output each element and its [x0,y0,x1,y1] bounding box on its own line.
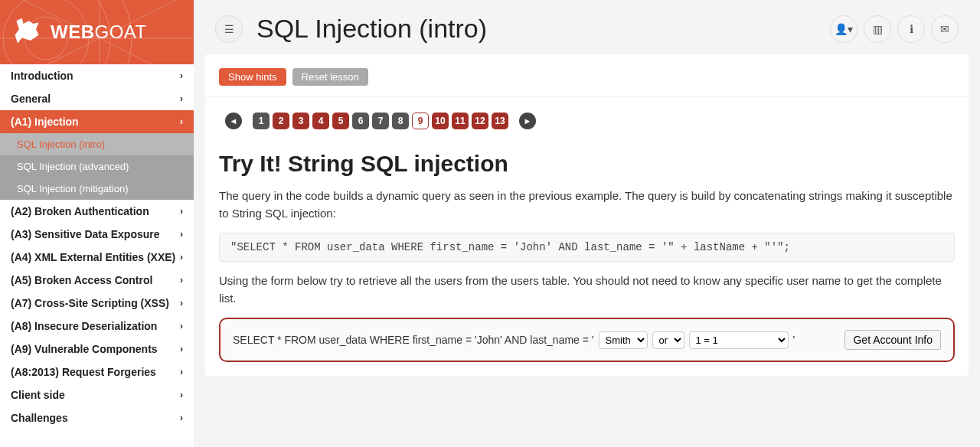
pager-prev-button[interactable]: ◄ [225,113,242,129]
chevron-right-icon: › [180,367,183,377]
chevron-right-icon: › [180,390,183,400]
lastname-select[interactable]: Smith [599,331,648,349]
bar-chart-icon: ▥ [873,23,883,35]
user-icon: 👤▾ [835,23,853,35]
attack-form: SELECT * FROM user_data WHERE first_name… [219,318,955,362]
svg-point-6 [0,0,110,64]
page-header: ☰ SQL Injection (intro) 👤▾ ▥ ℹ ✉ [194,0,980,54]
menu-toggle-button[interactable]: ☰ [215,15,243,43]
nav-item-a3[interactable]: (A3) Sensitive Data Exposure› [0,223,194,246]
page-title: SQL Injection (intro) [256,14,816,44]
chevron-right-icon: › [180,344,183,354]
sql-suffix-text: ' [793,334,795,346]
pager-page-3[interactable]: 3 [292,113,309,129]
chevron-right-icon: › [180,275,183,285]
pager-page-4[interactable]: 4 [312,113,329,129]
svg-line-2 [0,0,194,64]
envelope-icon: ✉ [940,23,949,35]
nav-submenu: SQL Injection (intro) SQL Injection (adv… [0,133,194,200]
pager-page-12[interactable]: 12 [472,113,488,129]
nav-item-general[interactable]: General› [0,87,194,110]
get-account-info-button[interactable]: Get Account Info [844,330,941,350]
nav-item-challenges[interactable]: Challenges› [0,406,194,429]
nav-item-a2[interactable]: (A2) Broken Authentication› [0,200,194,223]
pager-page-6[interactable]: 6 [352,113,369,129]
divider [205,96,969,97]
nav-item-a4[interactable]: (A4) XML External Entities (XXE)› [0,246,194,269]
svg-line-0 [0,0,194,64]
header-actions: 👤▾ ▥ ℹ ✉ [830,15,959,43]
info-icon: ℹ [910,23,913,35]
pager-page-1[interactable]: 1 [253,113,270,129]
sidebar: WEBGOAT Introduction› General› (A1) Inje… [0,0,194,447]
chevron-right-icon: › [180,206,183,217]
svg-point-5 [3,0,89,64]
arrow-right-icon: ► [524,116,532,126]
brand-header: WEBGOAT [0,0,194,64]
nav-item-a8[interactable]: (A8) Insecure Deserialization› [0,315,194,338]
code-example: "SELECT * FROM user_data WHERE first_nam… [219,233,955,262]
nav-sub-sql-intro[interactable]: SQL Injection (intro) [0,133,194,155]
user-menu-button[interactable]: 👤▾ [830,15,858,43]
chevron-right-icon: › [180,229,183,240]
nav-item-a5[interactable]: (A5) Broken Access Control› [0,269,194,292]
chevron-right-icon: › [180,321,183,331]
about-button[interactable]: ℹ [897,15,925,43]
pager-page-10[interactable]: 10 [432,113,449,129]
chevron-right-icon: › [180,298,183,308]
chevron-right-icon: › [180,116,183,127]
nav-item-a8-2013[interactable]: (A8:2013) Request Forgeries› [0,361,194,383]
chevron-right-icon: › [180,93,183,104]
mail-button[interactable]: ✉ [931,15,959,43]
chevron-right-icon: › [180,413,183,423]
nav-item-a1-injection[interactable]: (A1) Injection› [0,110,194,133]
chevron-right-icon: › [180,252,183,263]
spider-web-bg [0,0,194,64]
chevron-right-icon: › [180,70,183,81]
lesson-paragraph: Using the form below try to retrieve all… [219,272,955,307]
main-content: ☰ SQL Injection (intro) 👤▾ ▥ ℹ ✉ Show hi… [194,0,980,447]
operator-select[interactable]: or [652,331,684,349]
pager-page-2[interactable]: 2 [273,113,289,129]
nav-item-client-side[interactable]: Client side› [0,383,194,406]
reset-lesson-button[interactable]: Reset lesson [292,68,368,86]
nav-sub-sql-advanced[interactable]: SQL Injection (advanced) [0,155,194,178]
nav-item-introduction[interactable]: Introduction› [0,64,194,87]
pager-page-7[interactable]: 7 [372,113,389,129]
report-button[interactable]: ▥ [864,15,891,43]
show-hints-button[interactable]: Show hints [219,68,286,86]
arrow-left-icon: ◄ [230,116,238,126]
lesson-heading: Try It! String SQL injection [219,151,955,177]
lesson-card: Show hints Reset lesson ◄ 12345678910111… [205,54,969,376]
pager-page-11[interactable]: 11 [452,113,469,129]
lesson-paragraph: The query in the code builds a dynamic q… [219,188,955,222]
hamburger-icon: ☰ [224,23,234,35]
lesson-pager: ◄ 12345678910111213 ► [219,113,955,129]
pager-page-5[interactable]: 5 [332,113,349,129]
pager-page-9[interactable]: 9 [412,113,429,129]
main-nav: Introduction› General› (A1) Injection› S… [0,64,194,447]
pager-next-button[interactable]: ► [519,113,536,129]
sql-prefix-text: SELECT * FROM user_data WHERE first_name… [233,334,594,346]
condition-select[interactable]: 1 = 1 [689,331,789,349]
nav-item-a9[interactable]: (A9) Vulnerable Components› [0,338,194,361]
pager-page-8[interactable]: 8 [392,113,409,129]
pager-page-13[interactable]: 13 [492,113,508,129]
nav-item-a7[interactable]: (A7) Cross-Site Scripting (XSS)› [0,292,194,315]
nav-sub-sql-mitigation[interactable]: SQL Injection (mitigation) [0,178,194,200]
lesson-controls: Show hints Reset lesson [219,68,955,86]
